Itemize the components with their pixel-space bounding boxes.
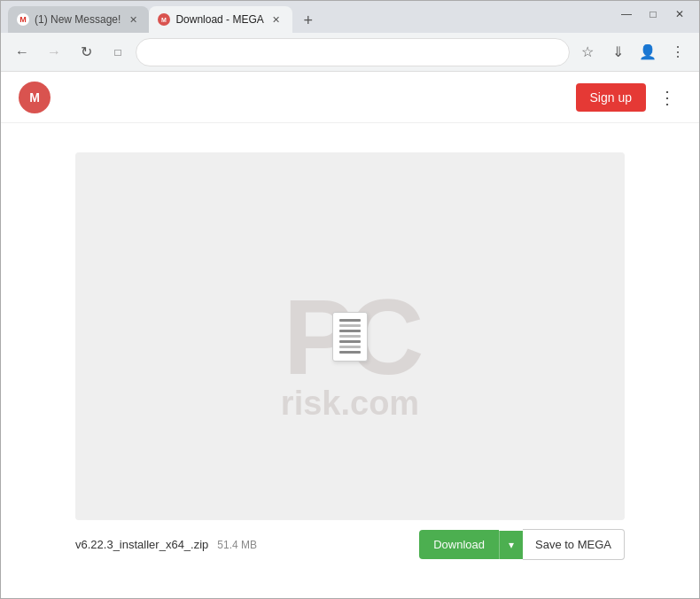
file-name-label: v6.22.3_installer_x64_.zip — [75, 538, 208, 551]
save-to-mega-button[interactable]: Save to MEGA — [523, 529, 625, 560]
mega-tab-label: Download - MEGA — [175, 13, 263, 26]
download-dropdown-button[interactable]: ▾ — [499, 531, 523, 559]
tab-strip: M (1) New Message! ✕ M Download - MEGA ✕… — [8, 1, 614, 33]
mega-favicon: M — [158, 13, 170, 26]
home-button[interactable]: □ — [104, 38, 132, 66]
file-preview: PC risk.com — [75, 152, 625, 520]
download-indicator[interactable]: ⇓ — [603, 38, 632, 66]
new-tab-button[interactable]: + — [296, 8, 321, 33]
archive-stripes — [339, 319, 361, 354]
stripe-4 — [339, 335, 361, 338]
stripe-1 — [339, 319, 361, 322]
maximize-button[interactable]: □ — [641, 2, 665, 27]
archive-file-icon — [332, 312, 368, 362]
bookmark-button[interactable]: ☆ — [573, 38, 602, 66]
stripe-2 — [339, 324, 361, 327]
tab-gmail[interactable]: M (1) New Message! ✕ — [8, 6, 149, 33]
mega-tab-close[interactable]: ✕ — [269, 12, 284, 27]
tab-mega[interactable]: M Download - MEGA ✕ — [149, 6, 292, 33]
signup-button[interactable]: Sign up — [576, 83, 646, 112]
window-controls: — □ ✕ — [614, 2, 692, 32]
address-bar[interactable] — [136, 38, 570, 66]
mega-logo[interactable]: M — [19, 82, 51, 113]
header-menu-button[interactable]: ⋮ — [653, 83, 681, 112]
file-action-buttons: Download ▾ Save to MEGA — [419, 529, 625, 560]
minimize-button[interactable]: — — [614, 2, 639, 27]
navigation-bar: ← → ↻ □ ☆ ⇓ 👤 ⋮ — [1, 33, 699, 72]
watermark-sub-text: risk.com — [281, 385, 419, 423]
gmail-tab-label: (1) New Message! — [35, 13, 121, 26]
menu-button[interactable]: ⋮ — [664, 38, 692, 66]
file-name-size-group: v6.22.3_installer_x64_.zip 51.4 MB — [75, 538, 257, 551]
file-area: PC risk.com — [1, 123, 699, 598]
browser-window: M (1) New Message! ✕ M Download - MEGA ✕… — [0, 0, 700, 599]
title-bar: M (1) New Message! ✕ M Download - MEGA ✕… — [1, 1, 699, 33]
refresh-button[interactable]: ↻ — [72, 38, 100, 66]
file-size-label: 51.4 MB — [217, 539, 257, 551]
svg-text:M: M — [161, 17, 167, 23]
download-button[interactable]: Download — [419, 530, 499, 559]
back-button[interactable]: ← — [8, 38, 36, 66]
close-button[interactable]: ✕ — [667, 2, 692, 27]
page-content: M Sign up ⋮ PC risk.com — [1, 72, 699, 598]
profile-button[interactable]: 👤 — [634, 38, 662, 66]
file-info-bar: v6.22.3_installer_x64_.zip 51.4 MB Downl… — [75, 520, 625, 569]
mega-header: M Sign up ⋮ — [1, 72, 699, 123]
gmail-favicon: M — [17, 13, 29, 26]
stripe-7 — [339, 351, 361, 354]
nav-action-buttons: ☆ ⇓ 👤 ⋮ — [573, 38, 692, 66]
stripe-3 — [339, 330, 361, 332]
header-right: Sign up ⋮ — [576, 83, 681, 112]
gmail-tab-close[interactable]: ✕ — [126, 12, 140, 27]
stripe-5 — [339, 340, 361, 343]
forward-button[interactable]: → — [40, 38, 68, 66]
stripe-6 — [339, 346, 361, 348]
